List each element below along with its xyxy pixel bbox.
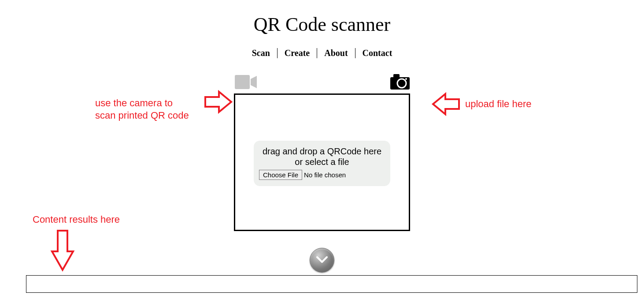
photo-camera-icon[interactable] [390, 73, 410, 93]
dropzone-text: drag and drop a QRCode here or select a … [259, 146, 385, 167]
scanner-viewport[interactable]: drag and drop a QRCode here or select a … [234, 93, 410, 231]
svg-point-3 [397, 79, 406, 88]
annotation-results-hint: Content results here [33, 213, 120, 226]
nav-create[interactable]: Create [278, 48, 317, 58]
nav-scan[interactable]: Scan [245, 48, 278, 58]
choose-file-button[interactable]: Choose File [259, 170, 302, 180]
svg-rect-2 [393, 74, 400, 78]
arrow-left-icon [430, 92, 461, 116]
dropzone[interactable]: drag and drop a QRCode here or select a … [254, 141, 390, 186]
main-nav: Scan Create About Contact [0, 48, 644, 58]
results-output[interactable] [26, 275, 637, 293]
nav-about[interactable]: About [317, 48, 355, 58]
annotation-camera-line1: use the camera to [95, 97, 173, 108]
dropzone-line2: or select a file [295, 157, 349, 167]
nav-contact[interactable]: Contact [355, 48, 400, 58]
expand-results-button[interactable] [310, 248, 334, 273]
file-status-text: No file chosen [304, 171, 346, 179]
page-title: QR Code scanner [0, 13, 644, 36]
annotation-camera-hint: use the camera to scan printed QR code [95, 97, 196, 122]
chevron-down-icon [315, 253, 329, 268]
svg-point-4 [405, 78, 407, 80]
dropzone-line1: drag and drop a QRCode here [263, 146, 381, 156]
svg-rect-0 [235, 75, 250, 89]
video-camera-icon[interactable] [234, 73, 259, 93]
arrow-down-icon [50, 228, 75, 273]
annotation-camera-line2: scan printed QR code [95, 110, 189, 121]
arrow-right-icon [203, 90, 234, 114]
annotation-upload-hint: upload file here [465, 98, 531, 110]
